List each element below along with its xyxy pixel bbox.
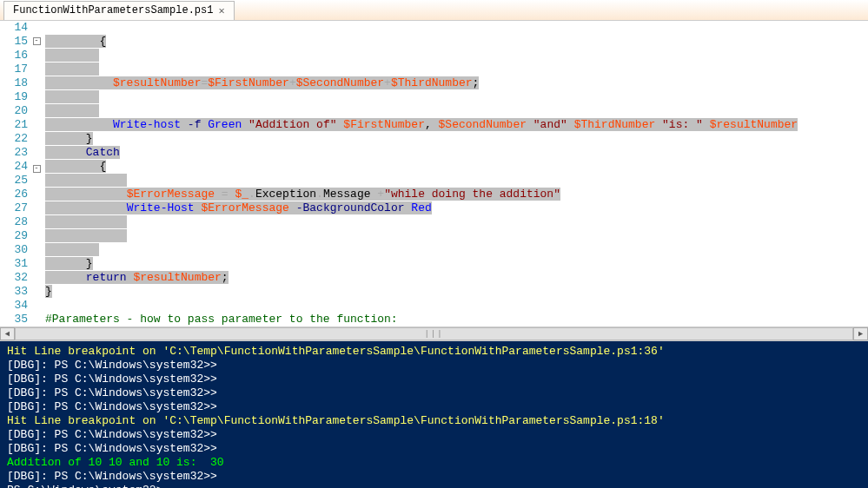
line-number: 14 [0,21,28,35]
fold-column: -- [31,21,42,326]
code-line[interactable] [45,49,868,63]
token [703,118,710,131]
token: ; [473,76,480,89]
code-line[interactable]: } [45,257,868,271]
token: = [215,188,235,201]
console-line: [DBG]: PS C:\Windows\system32>> [7,373,861,386]
fold-cell [31,179,42,193]
fold-cell [31,207,42,221]
code-line[interactable]: { [45,160,868,174]
fold-cell [31,51,42,65]
token: $ThirdNumber [574,118,656,131]
console-line: [DBG]: PS C:\Windows\system32>> [7,442,861,456]
token: Green [208,118,242,131]
fold-cell[interactable]: - [31,165,42,179]
token [242,118,248,131]
code-line[interactable]: $resultNumber=$FirstNumber+$SecondNumber… [45,76,868,90]
line-number: 25 [0,174,28,188]
line-number: 24 [0,160,28,174]
tab-bar: FunctionWithParametersSample.ps1 ✕ [0,0,868,21]
token: $resultNumber [710,118,798,131]
close-icon[interactable]: ✕ [218,4,224,17]
console-pane[interactable]: Hit Line breakpoint on 'C:\Temp\Function… [0,341,868,488]
fold-toggle-icon[interactable]: - [33,37,41,45]
code-line[interactable]: $ErrorMessage = $_.Exception.Message +"w… [45,188,868,201]
scroll-thumb[interactable]: ||| [15,327,853,340]
token: $FirstNumber [343,118,425,131]
line-number-gutter: 1415161718192021222324252627282930313233… [0,21,31,326]
line-number: 28 [0,215,28,229]
token [289,201,296,214]
token: Write-host [113,118,181,131]
console-line: [DBG]: PS C:\Windows\system32>> [7,400,861,414]
code-line[interactable] [45,21,868,35]
code-line[interactable] [45,215,868,229]
code-line[interactable]: Write-Host $ErrorMessage -BackgroundColo… [45,201,868,215]
token: Catch [86,146,120,159]
token [655,118,662,131]
token: { [99,160,106,173]
line-number: 33 [0,285,28,299]
token: { [99,35,106,48]
code-line[interactable]: Write-host -f Green "Addition of" $First… [45,118,868,132]
code-line[interactable] [45,299,868,313]
file-tab[interactable]: FunctionWithParametersSample.ps1 ✕ [3,1,235,20]
fold-cell [31,93,42,107]
code-line[interactable] [45,63,868,76]
code-line[interactable]: return $resultNumber; [45,271,868,285]
console-line: [DBG]: PS C:\Windows\system32>> [7,386,861,400]
code-line[interactable]: Catch [45,146,868,160]
token: $resultNumber [113,76,201,89]
line-number: 20 [0,104,28,118]
code-editor[interactable]: 1415161718192021222324252627282930313233… [0,21,868,326]
fold-toggle-icon[interactable]: - [33,165,41,173]
token: Exception [255,188,316,201]
code-line[interactable]: } [45,285,868,299]
token: $SecondNumber [439,118,527,131]
fold-cell [31,276,42,290]
token: "Addition of" [248,118,336,131]
token: $FirstNumber [208,76,289,89]
code-line[interactable] [45,104,868,118]
line-number: 15 [0,35,28,49]
code-line[interactable] [45,243,868,257]
code-line[interactable]: } [45,132,868,146]
horizontal-scrollbar[interactable]: ◄ ||| ► [0,326,868,341]
console-line: [DBG]: PS C:\Windows\system32>> [7,470,861,484]
line-number: 18 [0,76,28,90]
fold-cell [31,318,42,326]
token: + [289,76,296,89]
line-number: 26 [0,188,28,201]
fold-cell [31,79,42,93]
token: . [248,188,255,201]
code-line[interactable] [45,174,868,188]
fold-cell [31,65,42,79]
token: . [316,188,323,201]
token: } [86,132,93,145]
code-line[interactable]: { [45,35,868,49]
token: $ErrorMessage [127,188,215,201]
line-number: 16 [0,49,28,63]
code-line[interactable]: #Parameters - how to pass parameter to t… [45,313,868,326]
token: + [371,188,385,201]
scroll-right-button[interactable]: ► [853,327,868,340]
line-number: 19 [0,90,28,104]
line-number: 21 [0,118,28,132]
console-line: Addition of 10 10 and 10 is: 30 [7,456,861,470]
token: Red [411,201,431,214]
code-line[interactable] [45,229,868,243]
console-line: [DBG]: PS C:\Windows\system32>> [7,428,861,442]
token: -f [188,118,202,131]
fold-cell [31,221,42,234]
scroll-left-button[interactable]: ◄ [0,327,15,340]
token: ; [222,271,229,284]
fold-cell [31,21,42,35]
fold-cell[interactable]: - [31,37,42,51]
console-line: [DBG]: PS C:\Windows\system32>> [7,359,861,373]
token: -BackgroundColor [296,201,405,214]
fold-cell [31,107,42,121]
code-area[interactable]: { $resultNumber=$FirstNumber+$SecondNumb… [42,21,868,326]
fold-cell [31,135,42,148]
line-number: 31 [0,257,28,271]
code-line[interactable] [45,90,868,104]
